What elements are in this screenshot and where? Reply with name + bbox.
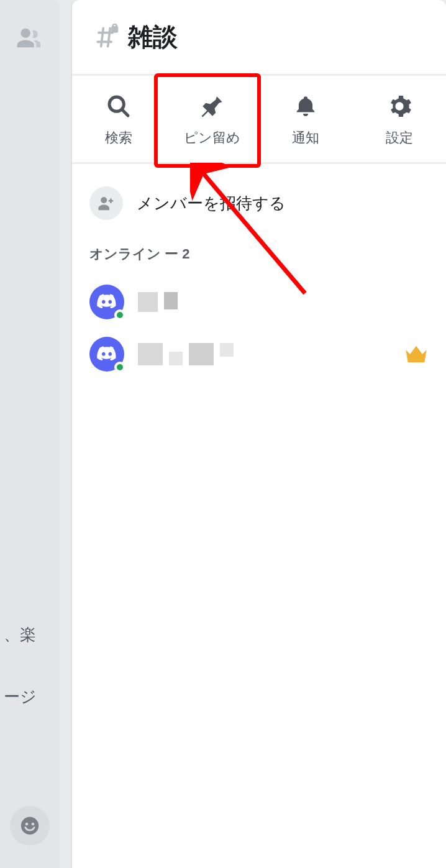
tab-settings[interactable]: 設定 [353, 76, 447, 162]
pin-icon [199, 91, 225, 121]
invite-label: メンバーを招待する [137, 193, 286, 214]
member-silhouette-icon[interactable] [17, 27, 43, 48]
tab-pins-label: ピン留め [184, 129, 240, 147]
online-section-header: オンライン ー 2 [89, 245, 429, 263]
tab-search[interactable]: 検索 [72, 76, 166, 162]
member-row[interactable] [89, 328, 429, 380]
tab-pins[interactable]: ピン留め [166, 76, 260, 162]
tab-bar: 検索 ピン留め 通知 [72, 76, 446, 164]
left-sidebar: 、楽 ージ [0, 0, 60, 868]
avatar [89, 285, 124, 319]
search-icon [106, 91, 131, 121]
bell-icon [294, 91, 317, 121]
invite-members-button[interactable]: メンバーを招待する [89, 179, 429, 234]
svg-line-6 [122, 109, 128, 115]
status-online-icon [114, 362, 125, 373]
svg-point-2 [32, 823, 35, 826]
channel-sidebar-panel: 雑談 検索 ピン留め [72, 0, 446, 868]
svg-point-1 [25, 823, 29, 826]
gear-icon [387, 91, 412, 121]
svg-point-0 [21, 817, 39, 834]
truncated-text-1: 、楽 [0, 624, 60, 646]
tab-notifications-label: 通知 [292, 129, 319, 147]
truncated-text-2: ージ [0, 686, 60, 708]
avatar [89, 337, 124, 372]
tab-search-label: 検索 [105, 129, 132, 147]
status-online-icon [114, 309, 125, 321]
invite-icon [89, 186, 123, 220]
member-row[interactable] [89, 276, 429, 328]
channel-header: 雑談 [72, 0, 446, 76]
crown-icon [404, 344, 429, 365]
column-gap [60, 0, 72, 868]
member-name-redacted [138, 292, 178, 312]
tab-notifications[interactable]: 通知 [259, 76, 353, 162]
hash-lock-icon [92, 24, 119, 51]
tab-settings-label: 設定 [386, 129, 413, 147]
member-name-redacted [138, 343, 234, 365]
emoji-button[interactable] [10, 806, 50, 846]
channel-name: 雑談 [128, 20, 178, 54]
member-list-content: メンバーを招待する オンライン ー 2 [72, 164, 446, 868]
